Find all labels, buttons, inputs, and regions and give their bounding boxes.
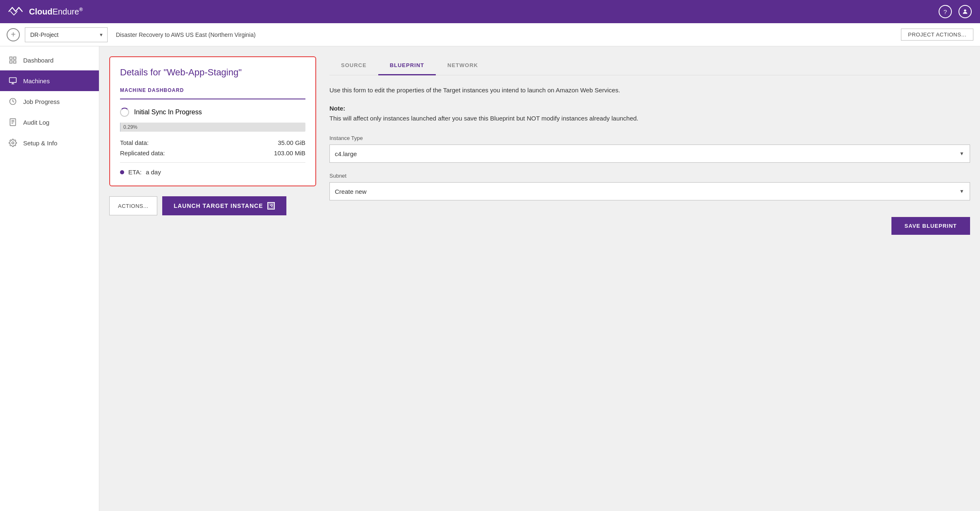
replicated-data-label: Replicated data: (120, 149, 165, 157)
instance-type-label: Instance Type (329, 135, 970, 141)
main-layout: Dashboard Machines Job Progress Audit Lo… (0, 46, 980, 511)
progress-bar: 0.29% (120, 123, 305, 132)
sidebar-item-job-progress-label: Job Progress (23, 98, 60, 105)
machine-dashboard-tab[interactable]: MACHINE DASHBOARD (120, 86, 305, 99)
project-bar: + DR-Project Disaster Recovery to AWS US… (0, 23, 980, 46)
total-data-row: Total data: 35.00 GiB (120, 139, 305, 146)
eta-row: ETA: a day (120, 169, 305, 176)
launch-button-label: LAUNCH TARGET INSTANCE (174, 202, 263, 209)
help-icon[interactable]: ? (939, 5, 952, 18)
eta-dot-icon (120, 170, 124, 174)
subnet-field: Subnet Create new subnet-001 subnet-002 (329, 173, 970, 200)
sync-spinner-icon (120, 108, 129, 117)
sidebar-item-job-progress[interactable]: Job Progress (0, 91, 99, 112)
sync-status: Initial Sync In Progress (120, 108, 305, 117)
blueprint-description: Use this form to edit the properties of … (329, 85, 970, 95)
svg-point-13 (12, 142, 14, 144)
save-blueprint-button[interactable]: SAVE BLUEPRINT (891, 217, 970, 235)
subnet-label: Subnet (329, 173, 970, 179)
sidebar-item-setup-info[interactable]: Setup & Info (0, 133, 99, 153)
logo-icon (8, 6, 25, 17)
subnet-select[interactable]: Create new subnet-001 subnet-002 (329, 182, 970, 200)
launch-target-instance-button[interactable]: LAUNCH TARGET INSTANCE (162, 196, 286, 215)
note-title: Note: (329, 105, 345, 112)
tabs-row: SOURCE BLUEPRINT NETWORK (329, 56, 970, 75)
top-nav: CloudEndure® ? (0, 0, 980, 23)
details-title: Details for "Web-App-Staging" (120, 67, 305, 78)
sync-status-label: Initial Sync In Progress (134, 108, 202, 116)
eta-value: a day (146, 169, 161, 176)
tab-source[interactable]: SOURCE (329, 56, 378, 75)
machines-icon (8, 76, 17, 85)
logo-text: CloudEndure® (29, 7, 83, 17)
job-progress-icon (8, 97, 17, 106)
sidebar: Dashboard Machines Job Progress Audit Lo… (0, 46, 99, 511)
project-actions-button[interactable]: PROJECT ACTIONS... (901, 29, 973, 41)
left-panel: Details for "Web-App-Staging" MACHINE DA… (109, 56, 316, 501)
dashboard-icon (8, 55, 17, 65)
svg-rect-2 (14, 57, 16, 60)
svg-rect-1 (10, 57, 12, 60)
audit-log-icon (8, 118, 17, 127)
svg-point-0 (964, 10, 966, 12)
sidebar-item-machines-label: Machines (23, 77, 50, 84)
tab-network[interactable]: NETWORK (436, 56, 490, 75)
details-card: Details for "Web-App-Staging" MACHINE DA… (109, 56, 316, 186)
project-select-wrapper: DR-Project (25, 27, 108, 42)
instance-type-field: Instance Type c4.large t2.micro t2.small… (329, 135, 970, 163)
sidebar-item-audit-log[interactable]: Audit Log (0, 112, 99, 133)
instance-type-select-wrapper: c4.large t2.micro t2.small m4.large (329, 145, 970, 163)
bottom-buttons: ACTIONS... LAUNCH TARGET INSTANCE (109, 196, 316, 215)
actions-button[interactable]: ACTIONS... (109, 196, 157, 215)
machine-dashboard-label: MACHINE DASHBOARD (120, 87, 184, 93)
content-area: Details for "Web-App-Staging" MACHINE DA… (99, 46, 980, 511)
note-block: Note: This will affect only instances la… (329, 104, 970, 123)
replicated-data-value: 103.00 MiB (274, 149, 305, 157)
logo: CloudEndure® (8, 6, 83, 17)
nav-icons: ? (939, 5, 972, 18)
sidebar-item-machines[interactable]: Machines (0, 70, 99, 91)
svg-rect-5 (10, 78, 17, 83)
progress-bar-fill (120, 123, 120, 132)
total-data-value: 35.00 GiB (278, 139, 305, 146)
divider (120, 162, 305, 163)
setup-info-icon (8, 138, 17, 147)
project-select[interactable]: DR-Project (25, 27, 108, 42)
sidebar-item-dashboard-label: Dashboard (23, 57, 53, 64)
add-project-button[interactable]: + (7, 28, 20, 41)
tab-blueprint[interactable]: BLUEPRINT (378, 56, 436, 75)
note-text: This will affect only instances launched… (329, 115, 639, 122)
sidebar-item-setup-info-label: Setup & Info (23, 140, 58, 147)
user-icon[interactable] (958, 5, 972, 18)
launch-icon (267, 202, 275, 210)
right-panel: SOURCE BLUEPRINT NETWORK Use this form t… (329, 56, 970, 501)
svg-rect-3 (10, 61, 12, 63)
total-data-label: Total data: (120, 139, 149, 146)
subnet-select-wrapper: Create new subnet-001 subnet-002 (329, 182, 970, 200)
svg-line-15 (270, 205, 272, 207)
svg-rect-4 (14, 61, 16, 63)
instance-type-select[interactable]: c4.large t2.micro t2.small m4.large (329, 145, 970, 163)
eta-label: ETA: (128, 169, 142, 176)
project-description: Disaster Recovery to AWS US East (Northe… (113, 31, 896, 38)
replicated-data-row: Replicated data: 103.00 MiB (120, 149, 305, 157)
sidebar-item-audit-log-label: Audit Log (23, 119, 49, 126)
progress-label: 0.29% (123, 124, 137, 130)
sidebar-item-dashboard[interactable]: Dashboard (0, 50, 99, 70)
